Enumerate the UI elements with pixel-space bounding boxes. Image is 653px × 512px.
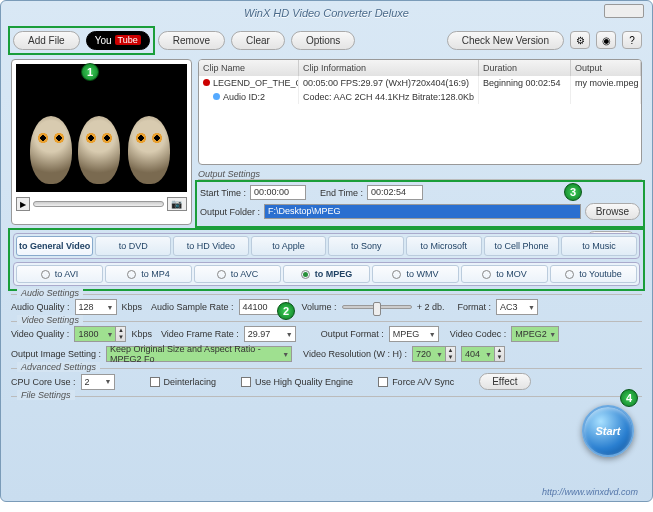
audio-format-select[interactable]: AC3 (496, 299, 538, 315)
video-preview[interactable] (16, 64, 187, 192)
app-title: WinX HD Video Converter Deluxe (244, 7, 409, 19)
frame-rate-label: Video Frame Rate : (161, 329, 239, 339)
video-section-label: Video Settings (17, 315, 83, 325)
image-setting-label: Output Image Setting : (11, 349, 101, 359)
resolution-label: Video Resolution (W : H) : (303, 349, 407, 359)
toolbar: Add File YouTube Remove Clear Options Ch… (1, 25, 652, 55)
image-setting-select[interactable]: Keep Original Size and Aspect Ratio - MP… (106, 346, 292, 362)
youtube-tube: Tube (115, 35, 141, 45)
clip-row[interactable]: Audio ID:2 Codec: AAC 2CH 44.1KHz Bitrat… (199, 90, 641, 104)
app-window: WinX HD Video Converter Deluxe Add File … (0, 0, 653, 502)
marker-3: 3 (564, 183, 582, 201)
format-subtabs: to AVI to MP4 to AVC to MPEG to WMV to M… (13, 262, 640, 286)
subtab-avc[interactable]: to AVC (194, 265, 281, 283)
footer-url: http://www.winxdvd.com (542, 487, 638, 497)
tab-hd-video[interactable]: to HD Video (173, 236, 249, 256)
end-time-label: End Time : (320, 188, 363, 198)
marker-1: 1 (81, 63, 99, 81)
volume-label: Volume : (302, 302, 337, 312)
remove-button[interactable]: Remove (158, 31, 225, 50)
codec-label: Video Codec : (450, 329, 506, 339)
video-quality-spinner[interactable]: ▲▼ (116, 326, 126, 342)
play-button[interactable]: ▶ (16, 197, 30, 211)
clip-header: Clip Name Clip Information Duration Outp… (199, 60, 641, 76)
start-time-label: Start Time : (200, 188, 246, 198)
video-quality-label: Video Quality : (11, 329, 69, 339)
preview-panel: ▶ 📷 (11, 59, 192, 225)
audio-section-label: Audio Settings (17, 288, 83, 298)
camera-icon[interactable]: 📷 (167, 197, 187, 211)
settings-icon[interactable]: ⚙ (570, 31, 590, 49)
frame-rate-select[interactable]: 29.97 (244, 326, 296, 342)
start-button[interactable]: Start (582, 405, 634, 457)
hq-engine-checkbox[interactable] (241, 377, 251, 387)
cpu-core-select[interactable]: 2 (81, 374, 115, 390)
output-section-label: Output Settings (198, 169, 642, 180)
output-format-select[interactable]: MPEG (389, 326, 439, 342)
subtab-mp4[interactable]: to MP4 (105, 265, 192, 283)
add-file-button[interactable]: Add File (13, 31, 80, 50)
video-quality-select[interactable]: 1800 (74, 326, 116, 342)
help-icon[interactable]: ? (622, 31, 642, 49)
subtab-mpeg[interactable]: to MPEG (283, 265, 370, 283)
col-output: Output (571, 60, 641, 76)
subtab-mov[interactable]: to MOV (461, 265, 548, 283)
end-time-field[interactable]: 00:02:54 (367, 185, 423, 200)
clip-row[interactable]: LEGEND_OF_THE_GL 00:05:00 FPS:29.97 (WxH… (199, 76, 641, 90)
audio-format-label: Format : (457, 302, 491, 312)
options-button[interactable]: Options (291, 31, 355, 50)
col-clipinfo: Clip Information (299, 60, 479, 76)
effect-button[interactable]: Effect (479, 373, 530, 390)
col-clipname: Clip Name (199, 60, 299, 76)
start-time-field[interactable]: 00:00:00 (250, 185, 306, 200)
advanced-section-label: Advanced Settings (17, 362, 100, 372)
tab-cellphone[interactable]: to Cell Phone (484, 236, 560, 256)
tab-sony[interactable]: to Sony (328, 236, 404, 256)
check-version-button[interactable]: Check New Version (447, 31, 564, 50)
subtab-youtube[interactable]: to Youtube (550, 265, 637, 283)
subtab-wmv[interactable]: to WMV (372, 265, 459, 283)
tab-microsoft[interactable]: to Microsoft (406, 236, 482, 256)
cpu-core-label: CPU Core Use : (11, 377, 76, 387)
youtube-button[interactable]: YouTube (86, 31, 150, 50)
browse-button[interactable]: Browse (585, 203, 640, 220)
output-folder-field[interactable]: F:\Desktop\MPEG (264, 204, 581, 219)
video-icon (203, 79, 210, 86)
col-duration: Duration (479, 60, 571, 76)
clear-button[interactable]: Clear (231, 31, 285, 50)
snapshot-icon[interactable]: ◉ (596, 31, 616, 49)
sample-rate-label: Audio Sample Rate : (151, 302, 234, 312)
marker-4: 4 (620, 389, 638, 407)
format-tabs: to General Video to DVD to HD Video to A… (13, 233, 640, 259)
codec-select[interactable]: MPEG2 (511, 326, 559, 342)
youtube-you: You (95, 35, 112, 46)
output-format-label: Output Format : (321, 329, 384, 339)
res-height-field[interactable]: 404 (461, 346, 495, 362)
audio-quality-label: Audio Quality : (11, 302, 70, 312)
titlebar: WinX HD Video Converter Deluxe (1, 1, 652, 25)
volume-value: + 2 db. (417, 302, 445, 312)
tab-music[interactable]: to Music (561, 236, 637, 256)
output-folder-label: Output Folder : (200, 207, 260, 217)
seek-slider[interactable] (33, 201, 164, 207)
tab-general-video[interactable]: to General Video (16, 236, 93, 256)
audio-icon (213, 93, 220, 100)
marker-2: 2 (277, 302, 295, 320)
subtab-avi[interactable]: to AVI (16, 265, 103, 283)
res-width-spinner[interactable]: ▲▼ (446, 346, 456, 362)
res-width-field[interactable]: 720 (412, 346, 446, 362)
tab-apple[interactable]: to Apple (251, 236, 327, 256)
audio-quality-select[interactable]: 128 (75, 299, 117, 315)
deinterlacing-checkbox[interactable] (150, 377, 160, 387)
force-av-checkbox[interactable] (378, 377, 388, 387)
clip-list: Clip Name Clip Information Duration Outp… (198, 59, 642, 165)
file-section-label: File Settings (17, 390, 75, 400)
res-height-spinner[interactable]: ▲▼ (495, 346, 505, 362)
tab-dvd[interactable]: to DVD (95, 236, 171, 256)
window-controls[interactable] (604, 4, 644, 18)
volume-slider[interactable] (342, 305, 412, 309)
